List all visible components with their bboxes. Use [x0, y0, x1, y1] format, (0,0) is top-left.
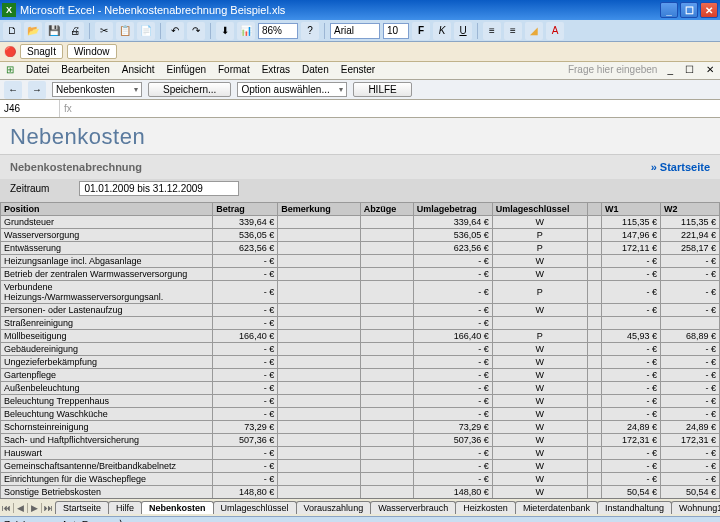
zoom-box[interactable]: 86%	[258, 23, 298, 39]
tab-last-icon[interactable]: ⏭	[42, 503, 56, 513]
font-size-box[interactable]: 10	[383, 23, 409, 39]
table-row[interactable]: Verbundene Heizungs-/Warmwasserversorgun…	[1, 281, 720, 304]
zeitraum-label: Zeitraum	[10, 183, 49, 194]
sheet-tab[interactable]: Wasserverbrauch	[370, 501, 456, 514]
startseite-link[interactable]: » Startseite	[651, 161, 710, 173]
menu-bearbeiten[interactable]: Bearbeiten	[55, 62, 115, 79]
excel-icon: X	[2, 3, 16, 17]
cut-icon[interactable]: ✂	[95, 22, 113, 40]
table-row[interactable]: Betrieb der zentralen Warmwasserversorgu…	[1, 268, 720, 281]
chart-icon[interactable]: 📊	[237, 22, 255, 40]
table-row[interactable]: Beleuchtung Waschküche- €- €W- €- €	[1, 408, 720, 421]
doc-minimize-icon[interactable]: _	[661, 62, 679, 79]
menu-einfugen[interactable]: Einfügen	[161, 62, 212, 79]
col-abzuge: Abzüge	[360, 203, 413, 216]
align-center-icon[interactable]: ≡	[504, 22, 522, 40]
undo-icon[interactable]: ↶	[166, 22, 184, 40]
fx-icon[interactable]: fx	[60, 103, 76, 114]
table-row[interactable]: Außenbeleuchtung- €- €W- €- €	[1, 382, 720, 395]
new-icon[interactable]: 🗋	[3, 22, 21, 40]
menu-daten[interactable]: Daten	[296, 62, 335, 79]
excel-menu-icon[interactable]: ⊞	[0, 62, 20, 79]
table-row[interactable]: Gebäudereinigung- €- €W- €- €	[1, 343, 720, 356]
maximize-button[interactable]: ☐	[680, 2, 698, 18]
table-row[interactable]: Gartenpflege- €- €W- €- €	[1, 369, 720, 382]
menu-bar: ⊞ Datei Bearbeiten Ansicht Einfügen Form…	[0, 62, 720, 80]
speichern-button[interactable]: Speichern...	[148, 82, 231, 97]
help-hint[interactable]: Frage hier eingeben	[562, 62, 662, 79]
snagit-mode[interactable]: Window	[67, 44, 117, 59]
font-color-icon[interactable]: A	[546, 22, 564, 40]
save-icon[interactable]: 💾	[45, 22, 63, 40]
zeitraum-input[interactable]	[79, 181, 239, 196]
page-subtitle: Nebenkostenabrechnung	[10, 161, 142, 173]
sheet-tab[interactable]: Hilfe	[108, 501, 142, 514]
table-row[interactable]: Beleuchtung Treppenhaus- €- €W- €- €	[1, 395, 720, 408]
sort-icon[interactable]: ⬇	[216, 22, 234, 40]
doc-close-icon[interactable]: ✕	[700, 62, 720, 79]
fill-color-icon[interactable]: ◢	[525, 22, 543, 40]
italic-icon[interactable]: K	[433, 22, 451, 40]
minimize-button[interactable]: _	[660, 2, 678, 18]
sheet-tab[interactable]: Nebenkosten	[141, 501, 214, 514]
forward-icon[interactable]: →	[28, 81, 46, 99]
table-row[interactable]: Wasserversorgung536,05 €536,05 €P147,96 …	[1, 229, 720, 242]
sheet-tab[interactable]: Vorauszahlung	[296, 501, 372, 514]
font-name-box[interactable]: Arial	[330, 23, 380, 39]
table-row[interactable]: Straßenreinigung- €- €	[1, 317, 720, 330]
print-icon[interactable]: 🖨	[66, 22, 84, 40]
table-row[interactable]: Heizungsanlage incl. Abgasanlage- €- €W-…	[1, 255, 720, 268]
tab-first-icon[interactable]: ⏮	[0, 503, 14, 513]
window-title: Microsoft Excel - Nebenkostenabrechnung …	[20, 4, 660, 16]
close-button[interactable]: ✕	[700, 2, 718, 18]
table-row[interactable]: Sach- und Haftpflichtversicherung507,36 …	[1, 434, 720, 447]
doc-restore-icon[interactable]: ☐	[679, 62, 700, 79]
sheet-tab[interactable]: Startseite	[55, 501, 109, 514]
paste-icon[interactable]: 📄	[137, 22, 155, 40]
sheet-tab[interactable]: Umlageschlüssel	[213, 501, 297, 514]
name-box[interactable]: J46	[0, 100, 60, 117]
bold-icon[interactable]: F	[412, 22, 430, 40]
menu-format[interactable]: Format	[212, 62, 256, 79]
menu-ansicht[interactable]: Ansicht	[116, 62, 161, 79]
underline-icon[interactable]: U	[454, 22, 472, 40]
drawing-toolbar: Zeichnen ↖ AutoFormen ╲ ↘ ▭ ○	[0, 516, 720, 522]
section-dropdown[interactable]: Nebenkosten	[52, 82, 142, 97]
table-row[interactable]: Personen- oder Lastenaufzug- €- €W- €- €	[1, 304, 720, 317]
back-icon[interactable]: ←	[4, 81, 22, 99]
help-icon[interactable]: ?	[301, 22, 319, 40]
open-icon[interactable]: 📂	[24, 22, 42, 40]
tab-prev-icon[interactable]: ◀	[14, 503, 28, 513]
table-row[interactable]: Entwässerung623,56 €623,56 €P172,11 €258…	[1, 242, 720, 255]
snagit-button[interactable]: SnagIt	[20, 44, 63, 59]
menu-fenster[interactable]: Eenster	[335, 62, 381, 79]
sheet-tab[interactable]: Mieterdatenbank	[515, 501, 598, 514]
col-umlageschlussel: Umlageschlüssel	[492, 203, 587, 216]
col-w1: W1	[601, 203, 660, 216]
standard-toolbar: 🗋 📂 💾 🖨 ✂ 📋 📄 ↶ ↷ ⬇ 📊 86% ? Arial 10 F K…	[0, 20, 720, 42]
snagit-icon: 🔴	[4, 46, 16, 57]
page-title: Nebenkosten	[0, 118, 720, 155]
sheet-tab[interactable]: Instandhaltung	[597, 501, 672, 514]
table-row[interactable]: Sonstige Betriebskosten148,80 €148,80 €W…	[1, 486, 720, 499]
table-row[interactable]: Hauswart- €- €W- €- €	[1, 447, 720, 460]
table-row[interactable]: Grundsteuer339,64 €339,64 €W115,35 €115,…	[1, 216, 720, 229]
redo-icon[interactable]: ↷	[187, 22, 205, 40]
worksheet-area: Nebenkosten Nebenkostenabrechnung » Star…	[0, 118, 720, 498]
hilfe-button[interactable]: HILFE	[353, 82, 411, 97]
sheet-tab[interactable]: Wohnung1	[671, 501, 720, 514]
table-row[interactable]: Müllbeseitigung166,40 €166,40 €P45,93 €6…	[1, 330, 720, 343]
menu-extras[interactable]: Extras	[256, 62, 296, 79]
col-w2: W2	[660, 203, 719, 216]
table-row[interactable]: Gemeinschaftsantenne/Breitbandkabelnetz-…	[1, 460, 720, 473]
align-left-icon[interactable]: ≡	[483, 22, 501, 40]
tab-next-icon[interactable]: ▶	[28, 503, 42, 513]
table-row[interactable]: Schornsteinreinigung73,29 €73,29 €W24,89…	[1, 421, 720, 434]
action-bar: ← → Nebenkosten Speichern... Option ausw…	[0, 80, 720, 100]
option-dropdown[interactable]: Option auswählen...	[237, 82, 347, 97]
menu-datei[interactable]: Datei	[20, 62, 55, 79]
sheet-tab[interactable]: Heizkosten	[455, 501, 516, 514]
table-row[interactable]: Ungezieferbekämpfung- €- €W- €- €	[1, 356, 720, 369]
table-row[interactable]: Einrichtungen für die Wäschepflege- €- €…	[1, 473, 720, 486]
copy-icon[interactable]: 📋	[116, 22, 134, 40]
